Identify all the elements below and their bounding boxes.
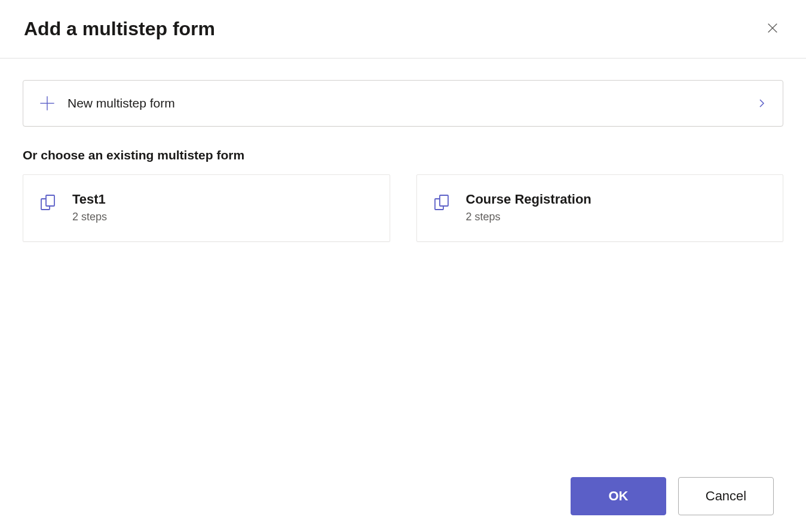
- dialog-content: New multistep form Or choose an existing…: [0, 59, 806, 242]
- form-steps: 2 steps: [72, 211, 107, 223]
- form-card[interactable]: Test1 2 steps: [23, 174, 390, 242]
- existing-section-label: Or choose an existing multistep form: [23, 148, 783, 162]
- cancel-button[interactable]: Cancel: [678, 477, 774, 515]
- form-title: Course Registration: [466, 192, 592, 207]
- plus-icon: [39, 95, 56, 112]
- form-card-text: Test1 2 steps: [72, 192, 107, 223]
- form-title: Test1: [72, 192, 107, 207]
- multistep-form-icon: [39, 193, 58, 212]
- existing-forms-list: Test1 2 steps Course Registration 2 step…: [23, 174, 783, 242]
- form-card[interactable]: Course Registration 2 steps: [416, 174, 784, 242]
- dialog-footer: OK Cancel: [571, 477, 774, 515]
- new-multistep-form-button[interactable]: New multistep form: [23, 80, 783, 127]
- dialog-header: Add a multistep form: [0, 0, 806, 59]
- multistep-form-icon: [433, 193, 452, 212]
- svg-rect-7: [440, 195, 448, 206]
- close-button[interactable]: [763, 20, 782, 39]
- svg-rect-5: [46, 195, 54, 206]
- new-form-label: New multistep form: [68, 96, 175, 110]
- form-steps: 2 steps: [466, 211, 592, 223]
- dialog-title: Add a multistep form: [24, 18, 215, 40]
- new-form-left: New multistep form: [39, 95, 175, 112]
- form-card-text: Course Registration 2 steps: [466, 192, 592, 223]
- ok-button[interactable]: OK: [571, 477, 666, 515]
- chevron-right-icon: [756, 98, 767, 109]
- close-icon: [766, 21, 779, 37]
